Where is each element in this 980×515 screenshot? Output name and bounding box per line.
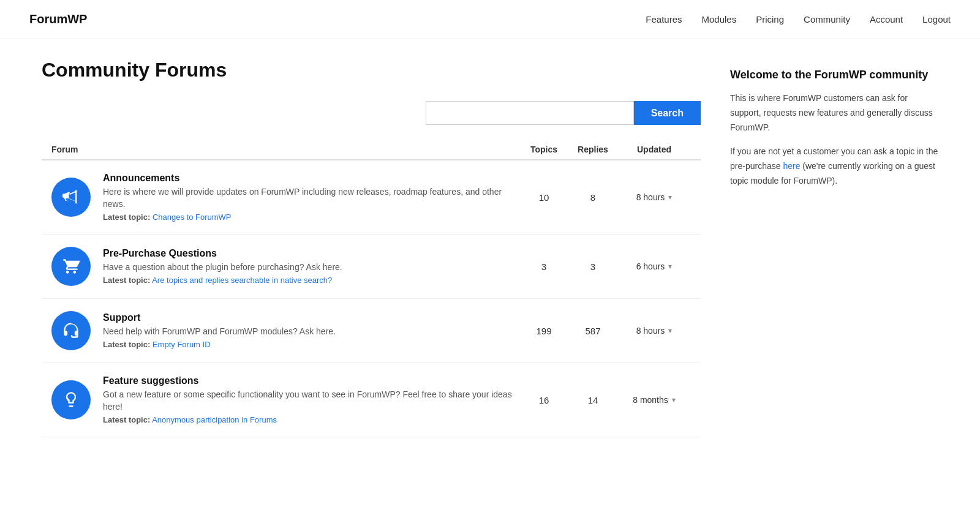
sidebar-link-here[interactable]: here [783, 161, 800, 171]
main-nav: Features Modules Pricing Community Accou… [646, 14, 951, 24]
forum-latest-announcements: Latest topic: Changes to ForumWP [103, 212, 519, 222]
forum-topics-pre-purchase: 3 [519, 261, 568, 272]
forum-latest-feature-suggestions: Latest topic: Anonymous participation in… [103, 415, 519, 424]
forum-name-feature-suggestions[interactable]: Feature suggestions [103, 375, 519, 386]
forum-updated-text-support: 8 hours [636, 326, 665, 336]
nav-account[interactable]: Account [870, 14, 903, 24]
forum-topics-feature-suggestions: 16 [519, 395, 568, 405]
forum-chevron-pre-purchase[interactable]: ▾ [668, 262, 672, 271]
forum-info-announcements: Announcements Here is where we will prov… [103, 173, 519, 222]
forum-updated-pre-purchase: 6 hours ▾ [617, 261, 691, 271]
forum-info-feature-suggestions: Feature suggestions Got a new feature or… [103, 375, 519, 424]
search-button[interactable]: Search [634, 101, 701, 125]
forum-row: Pre-Purchase Questions Have a question a… [42, 235, 701, 299]
cart-icon [51, 247, 91, 286]
forum-name-pre-purchase[interactable]: Pre-Purchase Questions [103, 248, 519, 259]
forum-replies-pre-purchase: 3 [568, 261, 617, 272]
forum-updated-text-feature-suggestions: 8 months [633, 395, 668, 405]
forum-updated-feature-suggestions: 8 months ▾ [617, 395, 691, 405]
forum-latest-link-announcements[interactable]: Changes to ForumWP [153, 212, 232, 222]
forum-updated-announcements: 8 hours ▾ [617, 192, 691, 202]
forum-latest-label: Latest topic: [103, 276, 150, 285]
nav-pricing[interactable]: Pricing [756, 14, 784, 24]
forum-chevron-announcements[interactable]: ▾ [668, 193, 672, 201]
forum-chevron-support[interactable]: ▾ [668, 326, 672, 335]
col-header-topics: Topics [519, 145, 568, 154]
forum-name-support[interactable]: Support [103, 312, 519, 323]
col-header-replies: Replies [568, 145, 617, 154]
logo: ForumWP [29, 12, 87, 26]
forum-updated-text-announcements: 8 hours [636, 192, 665, 202]
forum-desc-support: Need help with ForumWP and ForumWP modul… [103, 326, 519, 338]
forum-updated-support: 8 hours ▾ [617, 326, 691, 336]
sidebar: Welcome to the ForumWP community This is… [730, 59, 938, 437]
forum-replies-support: 587 [568, 326, 617, 336]
forum-table-header: Forum Topics Replies Updated [42, 140, 701, 160]
forum-name-announcements[interactable]: Announcements [103, 173, 519, 184]
nav-community[interactable]: Community [804, 14, 850, 24]
forum-row: Announcements Here is where we will prov… [42, 160, 701, 235]
nav-modules[interactable]: Modules [701, 14, 736, 24]
sidebar-title: Welcome to the ForumWP community [730, 69, 938, 81]
nav-logout[interactable]: Logout [922, 14, 951, 24]
main-container: Community Forums Search Forum Topics Rep… [12, 39, 968, 457]
forum-replies-feature-suggestions: 14 [568, 395, 617, 405]
search-input[interactable] [426, 101, 634, 125]
forum-latest-link-feature-suggestions[interactable]: Anonymous participation in Forums [152, 415, 277, 424]
forum-chevron-feature-suggestions[interactable]: ▾ [672, 396, 676, 404]
forum-desc-feature-suggestions: Got a new feature or some specific funct… [103, 389, 519, 413]
forum-updated-text-pre-purchase: 6 hours [636, 261, 665, 271]
forum-row: Support Need help with ForumWP and Forum… [42, 299, 701, 363]
col-header-updated: Updated [617, 145, 691, 154]
forum-latest-pre-purchase: Latest topic: Are topics and replies sea… [103, 276, 519, 285]
forum-latest-link-pre-purchase[interactable]: Are topics and replies searchable in nat… [152, 276, 332, 285]
forum-latest-label: Latest topic: [103, 340, 150, 349]
forum-latest-label: Latest topic: [103, 415, 150, 424]
forum-topics-support: 199 [519, 326, 568, 336]
header: ForumWP Features Modules Pricing Communi… [0, 0, 980, 39]
forum-replies-announcements: 8 [568, 192, 617, 203]
forum-row: Feature suggestions Got a new feature or… [42, 363, 701, 437]
forum-desc-announcements: Here is where we will provide updates on… [103, 186, 519, 210]
lightbulb-icon [51, 380, 91, 419]
search-bar: Search [42, 101, 701, 125]
page-title: Community Forums [42, 59, 701, 81]
forum-desc-pre-purchase: Have a question about the plugin before … [103, 261, 519, 274]
forum-info-support: Support Need help with ForumWP and Forum… [103, 312, 519, 350]
forum-info-pre-purchase: Pre-Purchase Questions Have a question a… [103, 248, 519, 285]
forum-latest-label: Latest topic: [103, 212, 150, 222]
sidebar-text2: If you are not yet a customer you can as… [730, 145, 938, 188]
forum-latest-support: Latest topic: Empty Forum ID [103, 340, 519, 349]
forum-latest-link-support[interactable]: Empty Forum ID [153, 340, 211, 349]
headset-icon [51, 311, 91, 350]
nav-features[interactable]: Features [646, 14, 682, 24]
forum-list: Announcements Here is where we will prov… [42, 160, 701, 437]
forum-topics-announcements: 10 [519, 192, 568, 203]
sidebar-text1: This is where ForumWP customers can ask … [730, 91, 938, 135]
megaphone-icon [51, 178, 91, 217]
forum-area: Community Forums Search Forum Topics Rep… [42, 59, 701, 437]
col-header-forum: Forum [51, 145, 519, 154]
